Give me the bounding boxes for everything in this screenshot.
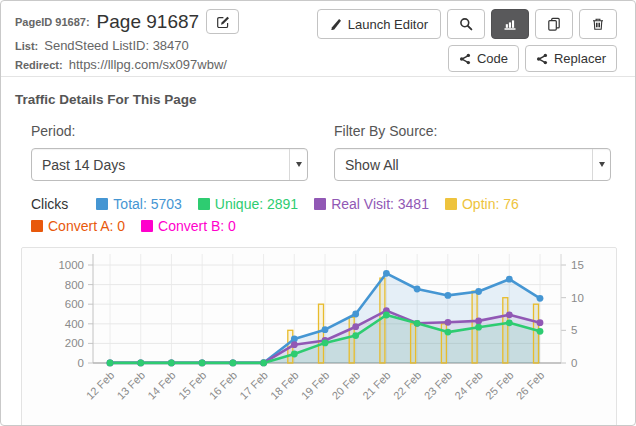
- list-label: List:: [15, 40, 38, 52]
- legend-title: Clicks: [31, 196, 68, 212]
- filter-source-select-value: Show All: [335, 157, 592, 173]
- svg-text:24 Feb: 24 Feb: [452, 369, 485, 402]
- filter-controls: Period: Past 14 Days Filter By Source: S…: [31, 123, 611, 181]
- svg-text:0: 0: [78, 357, 84, 369]
- svg-text:15: 15: [571, 259, 584, 271]
- svg-text:10: 10: [571, 292, 584, 304]
- legend-item-text: Total: 5703: [113, 196, 182, 212]
- traffic-chart: 0200400600800100005101512 Feb13 Feb14 Fe…: [22, 248, 616, 414]
- period-select[interactable]: Past 14 Days: [31, 148, 308, 181]
- legend-item-text: Convert B: 0: [158, 218, 236, 234]
- legend-swatch: [314, 198, 326, 210]
- svg-text:5: 5: [571, 324, 577, 336]
- clicks-legend: Clicks Total: 5703Unique: 2891Real Visit…: [31, 196, 611, 234]
- header-actions: Launch Editor: [317, 9, 617, 72]
- svg-text:18 Feb: 18 Feb: [268, 369, 301, 402]
- replacer-label: Replacer: [554, 51, 606, 66]
- search-button[interactable]: [447, 9, 485, 39]
- svg-text:21 Feb: 21 Feb: [360, 369, 393, 402]
- chevron-down-icon: [592, 149, 610, 180]
- copy-icon: [547, 17, 561, 31]
- traffic-chart-panel: 0200400600800100005101512 Feb13 Feb14 Fe…: [21, 247, 617, 426]
- replacer-button[interactable]: Replacer: [525, 45, 617, 72]
- page-info: PageID 91687: Page 91687 List: SendSteed…: [15, 9, 239, 72]
- delete-button[interactable]: [579, 9, 617, 39]
- page-details-panel: PageID 91687: Page 91687 List: SendSteed…: [0, 0, 636, 426]
- svg-text:26 Feb: 26 Feb: [514, 369, 547, 402]
- filter-source-select[interactable]: Show All: [334, 148, 611, 181]
- svg-text:1000: 1000: [58, 259, 84, 271]
- legend-item: Total: 5703: [96, 196, 182, 212]
- legend-swatch: [31, 220, 43, 232]
- svg-text:14 Feb: 14 Feb: [145, 369, 178, 402]
- legend-item-text: Real Visit: 3481: [331, 196, 429, 212]
- page-header: PageID 91687: Page 91687 List: SendSteed…: [1, 1, 635, 77]
- chevron-down-icon: [289, 149, 307, 180]
- svg-text:400: 400: [65, 318, 84, 330]
- legend-swatch: [198, 198, 210, 210]
- svg-text:15 Feb: 15 Feb: [176, 369, 209, 402]
- legend-item: Real Visit: 3481: [314, 196, 429, 212]
- code-button[interactable]: Code: [448, 45, 519, 72]
- launch-editor-label: Launch Editor: [348, 17, 428, 32]
- legend-item-text: Convert A: 0: [48, 218, 125, 234]
- filter-by-source-label: Filter By Source:: [334, 123, 611, 139]
- svg-text:23 Feb: 23 Feb: [422, 369, 455, 402]
- svg-text:17 Feb: 17 Feb: [237, 369, 270, 402]
- page-title: Page 91687: [97, 11, 200, 33]
- list-value: SendSteed ListID: 38470: [44, 38, 189, 53]
- svg-text:0: 0: [571, 357, 577, 369]
- pencil-square-icon: [216, 15, 230, 29]
- copy-button[interactable]: [535, 9, 573, 39]
- share-icon: [459, 53, 471, 65]
- svg-text:16 Feb: 16 Feb: [207, 369, 240, 402]
- svg-text:20 Feb: 20 Feb: [329, 369, 362, 402]
- svg-text:12 Feb: 12 Feb: [84, 369, 117, 402]
- svg-text:13 Feb: 13 Feb: [114, 369, 147, 402]
- traffic-section-heading: Traffic Details For This Page: [15, 92, 621, 107]
- legend-swatch: [141, 220, 153, 232]
- svg-text:25 Feb: 25 Feb: [483, 369, 516, 402]
- legend-item: Optin: 76: [445, 196, 519, 212]
- legend-item-text: Optin: 76: [462, 196, 519, 212]
- legend-swatch: [445, 198, 457, 210]
- edit-title-button[interactable]: [206, 9, 239, 34]
- traffic-chart-button[interactable]: [491, 9, 529, 39]
- legend-item-text: Unique: 2891: [215, 196, 298, 212]
- legend-item: Convert A: 0: [31, 218, 125, 234]
- pencil-icon: [330, 18, 342, 30]
- launch-editor-button[interactable]: Launch Editor: [317, 9, 441, 39]
- svg-text:22 Feb: 22 Feb: [391, 369, 424, 402]
- svg-text:800: 800: [65, 279, 84, 291]
- code-label: Code: [477, 51, 508, 66]
- search-icon: [459, 17, 473, 31]
- redirect-label: Redirect:: [15, 59, 63, 71]
- svg-text:200: 200: [65, 337, 84, 349]
- legend-item: Convert B: 0: [141, 218, 236, 234]
- period-label: Period:: [31, 123, 308, 139]
- share-icon: [536, 53, 548, 65]
- svg-text:600: 600: [65, 298, 84, 310]
- trash-icon: [591, 17, 605, 31]
- redirect-value: https://lllpg.com/sx097wbw/: [69, 57, 227, 72]
- svg-text:19 Feb: 19 Feb: [299, 369, 332, 402]
- pageid-label: PageID 91687:: [15, 16, 90, 28]
- legend-swatch: [96, 198, 108, 210]
- legend-item: Unique: 2891: [198, 196, 298, 212]
- period-select-value: Past 14 Days: [32, 157, 289, 173]
- bar-chart-icon: [503, 17, 517, 31]
